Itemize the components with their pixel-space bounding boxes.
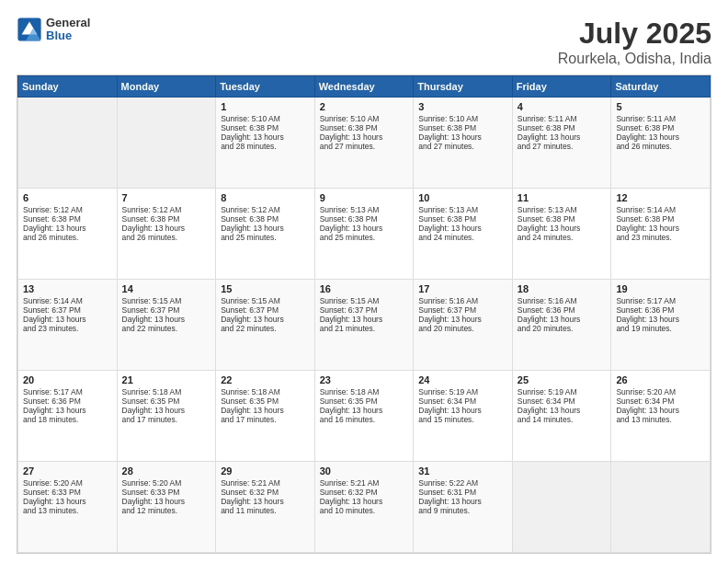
day-info: Sunset: 6:32 PM [221,488,310,497]
calendar-cell: 24Sunrise: 5:19 AMSunset: 6:34 PMDayligh… [414,371,513,462]
day-info: Sunset: 6:38 PM [122,214,211,224]
day-info: and 26 minutes. [23,233,112,242]
day-number: 17 [418,283,507,294]
day-info: Sunset: 6:37 PM [418,305,507,315]
day-number: 12 [616,192,705,203]
day-number: 14 [122,283,211,294]
day-info: Daylight: 13 hours [616,406,705,415]
day-info: Sunset: 6:37 PM [23,305,112,315]
calendar-cell: 5Sunrise: 5:11 AMSunset: 6:38 PMDaylight… [611,98,711,189]
day-info: Sunset: 6:38 PM [320,214,409,224]
day-number: 11 [518,192,607,203]
col-tuesday: Tuesday [216,76,315,98]
logo: General Blue [17,17,90,43]
day-info: Sunset: 6:38 PM [221,214,310,224]
calendar-cell: 6Sunrise: 5:12 AMSunset: 6:38 PMDaylight… [18,189,118,280]
day-info: Sunrise: 5:17 AM [23,387,112,396]
day-info: Daylight: 13 hours [221,406,310,415]
day-number: 22 [221,374,310,385]
day-number: 5 [616,101,705,112]
calendar-cell: 21Sunrise: 5:18 AMSunset: 6:35 PMDayligh… [117,371,216,462]
day-info: and 27 minutes. [418,142,507,151]
day-info: and 17 minutes. [221,415,310,424]
day-number: 30 [320,465,409,477]
logo-blue-text: Blue [46,29,90,42]
day-info: Sunset: 6:34 PM [518,396,607,406]
day-info: Daylight: 13 hours [23,315,112,324]
day-info: Sunrise: 5:10 AM [418,114,507,123]
day-info: and 15 minutes. [418,415,507,424]
day-info: Daylight: 13 hours [616,315,705,324]
day-info: and 21 minutes. [320,324,409,333]
day-info: Sunset: 6:36 PM [23,396,112,406]
calendar-cell: 14Sunrise: 5:15 AMSunset: 6:37 PMDayligh… [117,280,216,371]
day-number: 18 [518,283,607,294]
calendar-body: 1Sunrise: 5:10 AMSunset: 6:38 PMDaylight… [18,98,711,553]
day-info: Daylight: 13 hours [320,224,409,233]
day-info: Sunset: 6:33 PM [122,488,211,497]
day-number: 19 [616,283,705,294]
day-number: 1 [221,101,310,112]
day-info: and 22 minutes. [221,324,310,333]
day-info: Sunrise: 5:17 AM [616,296,705,305]
day-info: and 26 minutes. [616,142,705,151]
calendar-cell: 16Sunrise: 5:15 AMSunset: 6:37 PMDayligh… [314,280,414,371]
day-info: Daylight: 13 hours [23,224,112,233]
day-info: Sunrise: 5:20 AM [122,478,211,488]
day-info: Sunset: 6:35 PM [122,396,211,406]
day-info: and 26 minutes. [122,233,211,242]
day-info: Sunset: 6:37 PM [221,305,310,315]
day-info: and 23 minutes. [23,324,112,333]
day-info: and 12 minutes. [122,506,211,515]
calendar-cell: 19Sunrise: 5:17 AMSunset: 6:36 PMDayligh… [611,280,711,371]
day-number: 23 [320,374,409,385]
day-info: Sunset: 6:31 PM [418,488,507,497]
day-info: Daylight: 13 hours [616,224,705,233]
calendar: Sunday Monday Tuesday Wednesday Thursday… [17,75,711,554]
day-info: and 24 minutes. [518,233,607,242]
calendar-subtitle: Rourkela, Odisha, India [558,51,711,67]
day-info: Sunset: 6:38 PM [616,214,705,224]
day-info: Sunset: 6:38 PM [518,214,607,224]
calendar-cell: 30Sunrise: 5:21 AMSunset: 6:32 PMDayligh… [314,462,414,553]
day-number: 4 [518,101,607,112]
day-info: Daylight: 13 hours [418,497,507,506]
day-info: Sunrise: 5:12 AM [122,205,211,214]
calendar-cell: 4Sunrise: 5:11 AMSunset: 6:38 PMDaylight… [512,98,611,189]
day-info: and 27 minutes. [320,142,409,151]
day-info: Sunrise: 5:10 AM [320,114,409,123]
day-info: and 23 minutes. [616,233,705,242]
day-info: Sunrise: 5:13 AM [418,205,507,214]
calendar-cell: 15Sunrise: 5:15 AMSunset: 6:37 PMDayligh… [216,280,315,371]
day-info: Sunset: 6:38 PM [320,123,409,132]
day-info: Sunrise: 5:16 AM [518,296,607,305]
calendar-cell: 10Sunrise: 5:13 AMSunset: 6:38 PMDayligh… [414,189,513,280]
week-row-3: 20Sunrise: 5:17 AMSunset: 6:36 PMDayligh… [18,371,711,462]
calendar-cell: 13Sunrise: 5:14 AMSunset: 6:37 PMDayligh… [18,280,118,371]
day-info: Daylight: 13 hours [221,315,310,324]
day-info: Daylight: 13 hours [518,132,607,142]
page: General Blue July 2025 Rourkela, Odisha,… [0,0,728,563]
day-info: and 22 minutes. [122,324,211,333]
day-info: and 13 minutes. [23,506,112,515]
day-info: and 20 minutes. [518,324,607,333]
header: General Blue July 2025 Rourkela, Odisha,… [17,17,711,67]
calendar-cell: 3Sunrise: 5:10 AMSunset: 6:38 PMDaylight… [414,98,513,189]
day-info: Sunrise: 5:19 AM [518,387,607,396]
calendar-header: Sunday Monday Tuesday Wednesday Thursday… [18,76,711,98]
day-info: Sunrise: 5:19 AM [418,387,507,396]
day-info: Sunset: 6:33 PM [23,488,112,497]
day-info: and 18 minutes. [23,415,112,424]
day-info: and 11 minutes. [221,506,310,515]
day-info: Daylight: 13 hours [221,497,310,506]
day-info: Daylight: 13 hours [23,497,112,506]
col-thursday: Thursday [414,76,513,98]
day-info: Sunrise: 5:11 AM [616,114,705,123]
week-row-4: 27Sunrise: 5:20 AMSunset: 6:33 PMDayligh… [18,462,711,553]
day-info: Daylight: 13 hours [122,315,211,324]
day-info: Daylight: 13 hours [418,224,507,233]
day-info: Sunset: 6:38 PM [518,123,607,132]
calendar-title: July 2025 [558,17,711,51]
day-info: Daylight: 13 hours [320,315,409,324]
week-row-0: 1Sunrise: 5:10 AMSunset: 6:38 PMDaylight… [18,98,711,189]
